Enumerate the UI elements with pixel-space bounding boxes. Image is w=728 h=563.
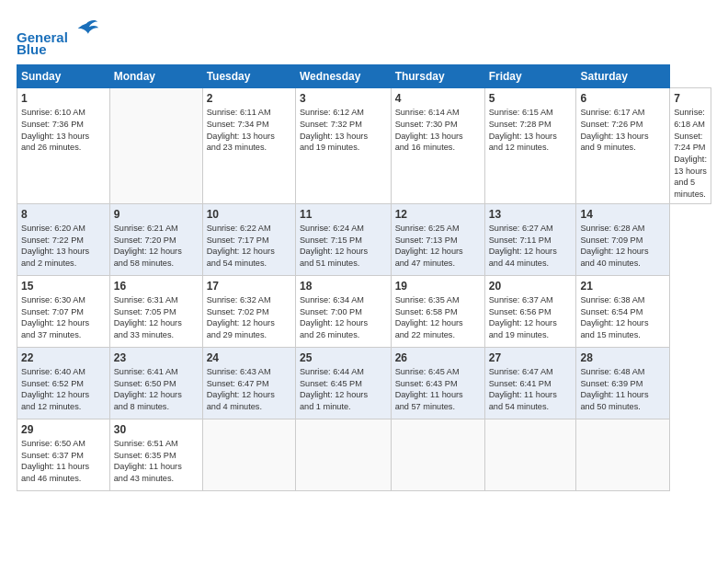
calendar-day: 13Sunrise: 6:27 AM Sunset: 7:11 PM Dayli… <box>484 203 576 275</box>
calendar-day: 26Sunrise: 6:45 AM Sunset: 6:43 PM Dayli… <box>391 347 484 419</box>
day-info: Sunrise: 6:35 AM Sunset: 6:58 PM Dayligh… <box>395 294 481 341</box>
day-number: 7 <box>674 91 707 106</box>
day-info: Sunrise: 6:34 AM Sunset: 7:00 PM Dayligh… <box>300 294 387 341</box>
header: General Blue <box>17 17 711 57</box>
day-number: 14 <box>580 207 665 222</box>
calendar-day <box>484 419 576 490</box>
day-info: Sunrise: 6:18 AM Sunset: 7:24 PM Dayligh… <box>674 107 707 201</box>
day-number: 20 <box>489 279 573 293</box>
day-info: Sunrise: 6:22 AM Sunset: 7:17 PM Dayligh… <box>207 223 291 270</box>
day-number: 11 <box>300 207 387 222</box>
weekday-header-saturday: Saturday <box>576 65 670 88</box>
logo-bird-icon <box>74 17 99 42</box>
day-number: 2 <box>207 91 291 106</box>
day-number: 6 <box>580 91 665 106</box>
calendar-header: SundayMondayTuesdayWednesdayThursdayFrid… <box>17 65 711 88</box>
weekday-header-thursday: Thursday <box>391 65 484 88</box>
day-info: Sunrise: 6:37 AM Sunset: 6:56 PM Dayligh… <box>489 294 573 341</box>
calendar-day: 12Sunrise: 6:25 AM Sunset: 7:13 PM Dayli… <box>391 203 484 275</box>
calendar-day: 17Sunrise: 6:32 AM Sunset: 7:02 PM Dayli… <box>202 275 295 347</box>
day-info: Sunrise: 6:43 AM Sunset: 6:47 PM Dayligh… <box>207 366 291 413</box>
day-info: Sunrise: 6:31 AM Sunset: 7:05 PM Dayligh… <box>114 294 199 341</box>
day-number: 16 <box>114 279 199 293</box>
calendar-day: 15Sunrise: 6:30 AM Sunset: 7:07 PM Dayli… <box>17 275 110 347</box>
day-number: 25 <box>300 350 387 365</box>
day-number: 21 <box>580 279 665 293</box>
calendar-day: 27Sunrise: 6:47 AM Sunset: 6:41 PM Dayli… <box>484 347 576 419</box>
calendar-day: 3Sunrise: 6:12 AM Sunset: 7:32 PM Daylig… <box>295 88 391 204</box>
weekday-header-sunday: Sunday <box>17 65 110 88</box>
day-info: Sunrise: 6:24 AM Sunset: 7:15 PM Dayligh… <box>300 223 387 270</box>
calendar-day: 6Sunrise: 6:17 AM Sunset: 7:26 PM Daylig… <box>576 88 670 204</box>
calendar-day: 28Sunrise: 6:48 AM Sunset: 6:39 PM Dayli… <box>576 347 670 419</box>
weekday-header-friday: Friday <box>484 65 576 88</box>
day-info: Sunrise: 6:40 AM Sunset: 6:52 PM Dayligh… <box>21 366 106 413</box>
calendar-day: 4Sunrise: 6:14 AM Sunset: 7:30 PM Daylig… <box>391 88 484 204</box>
day-info: Sunrise: 6:32 AM Sunset: 7:02 PM Dayligh… <box>207 294 291 341</box>
day-info: Sunrise: 6:47 AM Sunset: 6:41 PM Dayligh… <box>489 366 573 413</box>
day-info: Sunrise: 6:17 AM Sunset: 7:26 PM Dayligh… <box>580 107 665 154</box>
weekday-header-wednesday: Wednesday <box>295 65 391 88</box>
calendar-day: 8Sunrise: 6:20 AM Sunset: 7:22 PM Daylig… <box>17 203 110 275</box>
weekday-header-monday: Monday <box>109 65 202 88</box>
day-info: Sunrise: 6:10 AM Sunset: 7:36 PM Dayligh… <box>21 107 106 154</box>
calendar-table: SundayMondayTuesdayWednesdayThursdayFrid… <box>17 64 711 491</box>
calendar-day: 30Sunrise: 6:51 AM Sunset: 6:35 PM Dayli… <box>109 419 202 490</box>
calendar-day: 20Sunrise: 6:37 AM Sunset: 6:56 PM Dayli… <box>484 275 576 347</box>
day-number: 23 <box>114 350 199 365</box>
calendar-day <box>202 419 295 490</box>
calendar-day: 14Sunrise: 6:28 AM Sunset: 7:09 PM Dayli… <box>576 203 670 275</box>
weekday-header-tuesday: Tuesday <box>202 65 295 88</box>
calendar-week-2: 8Sunrise: 6:20 AM Sunset: 7:22 PM Daylig… <box>17 203 711 275</box>
day-info: Sunrise: 6:38 AM Sunset: 6:54 PM Dayligh… <box>580 294 665 341</box>
day-number: 18 <box>300 279 387 293</box>
calendar-day: 7Sunrise: 6:18 AM Sunset: 7:24 PM Daylig… <box>670 88 711 204</box>
day-info: Sunrise: 6:44 AM Sunset: 6:45 PM Dayligh… <box>300 366 387 413</box>
day-number: 24 <box>207 350 291 365</box>
day-number: 27 <box>489 350 573 365</box>
calendar-day: 5Sunrise: 6:15 AM Sunset: 7:28 PM Daylig… <box>484 88 576 204</box>
calendar-day: 19Sunrise: 6:35 AM Sunset: 6:58 PM Dayli… <box>391 275 484 347</box>
calendar-day <box>576 419 670 490</box>
calendar-week-3: 15Sunrise: 6:30 AM Sunset: 7:07 PM Dayli… <box>17 275 711 347</box>
day-info: Sunrise: 6:27 AM Sunset: 7:11 PM Dayligh… <box>489 223 573 270</box>
calendar-day: 29Sunrise: 6:50 AM Sunset: 6:37 PM Dayli… <box>17 419 110 490</box>
day-number: 22 <box>21 350 106 365</box>
day-number: 19 <box>395 279 481 293</box>
day-info: Sunrise: 6:30 AM Sunset: 7:07 PM Dayligh… <box>21 294 106 341</box>
calendar-day: 9Sunrise: 6:21 AM Sunset: 7:20 PM Daylig… <box>109 203 202 275</box>
calendar-day: 25Sunrise: 6:44 AM Sunset: 6:45 PM Dayli… <box>295 347 391 419</box>
day-info: Sunrise: 6:45 AM Sunset: 6:43 PM Dayligh… <box>395 366 481 413</box>
day-info: Sunrise: 6:15 AM Sunset: 7:28 PM Dayligh… <box>489 107 573 154</box>
calendar-body: 1Sunrise: 6:10 AM Sunset: 7:36 PM Daylig… <box>17 88 711 491</box>
calendar-day: 18Sunrise: 6:34 AM Sunset: 7:00 PM Dayli… <box>295 275 391 347</box>
day-number: 10 <box>207 207 291 222</box>
day-number: 15 <box>21 279 106 293</box>
day-number: 17 <box>207 279 291 293</box>
day-number: 30 <box>114 422 199 437</box>
day-number: 9 <box>114 207 199 222</box>
day-info: Sunrise: 6:50 AM Sunset: 6:37 PM Dayligh… <box>21 438 106 485</box>
day-number: 28 <box>580 350 665 365</box>
page: General Blue SundayMondayTuesdayWednesda… <box>0 0 728 500</box>
day-number: 26 <box>395 350 481 365</box>
day-info: Sunrise: 6:21 AM Sunset: 7:20 PM Dayligh… <box>114 223 199 270</box>
weekday-row: SundayMondayTuesdayWednesdayThursdayFrid… <box>17 65 711 88</box>
day-info: Sunrise: 6:28 AM Sunset: 7:09 PM Dayligh… <box>580 223 665 270</box>
day-number: 4 <box>395 91 481 106</box>
day-number: 13 <box>489 207 573 222</box>
day-number: 3 <box>300 91 387 106</box>
day-info: Sunrise: 6:51 AM Sunset: 6:35 PM Dayligh… <box>114 438 199 485</box>
day-info: Sunrise: 6:11 AM Sunset: 7:34 PM Dayligh… <box>207 107 291 154</box>
day-info: Sunrise: 6:14 AM Sunset: 7:30 PM Dayligh… <box>395 107 481 154</box>
calendar-day: 22Sunrise: 6:40 AM Sunset: 6:52 PM Dayli… <box>17 347 110 419</box>
day-info: Sunrise: 6:41 AM Sunset: 6:50 PM Dayligh… <box>114 366 199 413</box>
day-number: 12 <box>395 207 481 222</box>
calendar-week-4: 22Sunrise: 6:40 AM Sunset: 6:52 PM Dayli… <box>17 347 711 419</box>
day-number: 8 <box>21 207 106 222</box>
logo: General Blue <box>17 17 99 57</box>
day-info: Sunrise: 6:20 AM Sunset: 7:22 PM Dayligh… <box>21 223 106 270</box>
calendar-week-1: 1Sunrise: 6:10 AM Sunset: 7:36 PM Daylig… <box>17 88 711 204</box>
calendar-week-5: 29Sunrise: 6:50 AM Sunset: 6:37 PM Dayli… <box>17 419 711 490</box>
calendar-day: 11Sunrise: 6:24 AM Sunset: 7:15 PM Dayli… <box>295 203 391 275</box>
